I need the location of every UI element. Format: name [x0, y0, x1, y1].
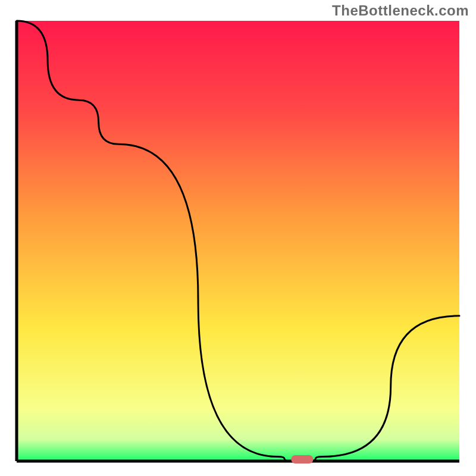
optimal-marker: [291, 455, 313, 464]
bottleneck-chart: [0, 0, 476, 476]
chart-background: [17, 21, 459, 461]
watermark-text: TheBottleneck.com: [332, 2, 469, 19]
chart-container: TheBottleneck.com: [0, 0, 476, 476]
